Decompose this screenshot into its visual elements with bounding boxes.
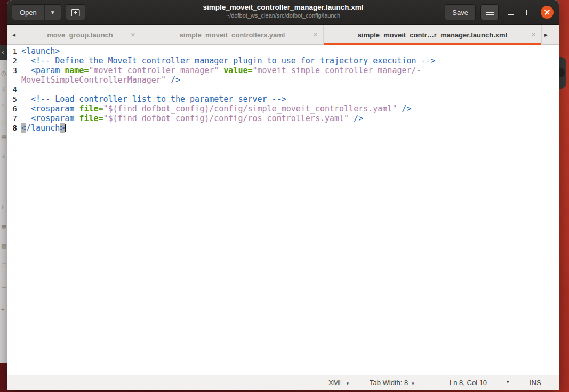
new-document-button[interactable] <box>66 4 85 20</box>
minimize-icon <box>508 14 514 15</box>
recent-clock-icon: ◷ <box>1 70 7 76</box>
code-line[interactable]: 4 <box>7 85 559 94</box>
line-number: 1 <box>7 46 19 56</box>
titlebar[interactable]: Open ▼ simple_moveit_controller_manager.… <box>7 0 559 25</box>
insert-mode-indicator: INS <box>530 378 541 387</box>
tab-move-group-launch[interactable]: move_group.launch ✕ <box>19 25 141 45</box>
home-icon: ⌂ <box>1 102 7 108</box>
new-document-icon <box>70 8 81 17</box>
cursor-position-label: Ln 8, Col 10 <box>450 378 487 387</box>
desktop-icon: ▢ <box>1 119 7 125</box>
line-number: 5 <box>7 94 19 104</box>
code-line[interactable]: 3 <param name="moveit_controller_manager… <box>7 66 559 75</box>
line-number: 2 <box>7 56 19 66</box>
line-number: 3 <box>7 66 19 75</box>
code-line[interactable]: 8</launch> <box>7 123 559 133</box>
trash-icon: ⬚ <box>1 262 7 268</box>
minimize-button[interactable] <box>503 5 517 19</box>
hamburger-menu-icon <box>486 8 494 17</box>
open-button[interactable]: Open <box>12 5 44 20</box>
open-dropdown-button[interactable]: ▼ <box>44 5 61 20</box>
code-line[interactable]: 6 <rosparam file="$(find dofbot_config)/… <box>7 104 559 114</box>
tab-bar: ◂ move_group.launch ✕ simple_moveit_cont… <box>7 25 559 45</box>
tab-close-icon[interactable]: ✕ <box>131 31 135 38</box>
open-split-button: Open ▼ <box>12 4 61 20</box>
tab-close-icon[interactable]: ✕ <box>313 31 318 38</box>
code-line[interactable]: MoveItSimpleControllerManager" /> <box>7 75 559 85</box>
code-line[interactable]: 7 <rosparam file="$(find dofbot_config)/… <box>7 114 559 123</box>
tab-label: simple_moveit_controllers.yaml <box>180 31 285 39</box>
documents-icon: ▤ <box>1 134 7 140</box>
chevron-down-icon: ▾ <box>347 381 349 386</box>
background-files-window-back-button[interactable]: ‹ <box>0 45 7 60</box>
language-mode-dropdown[interactable]: XML▾ <box>328 378 349 388</box>
goto-line-dropdown[interactable]: ▾ <box>507 378 509 387</box>
tab-simple-moveit-controller-manager-launch-xml[interactable]: simple_moveit_contr…r_manager.launch.xml… <box>324 25 542 45</box>
line-number: 8 <box>7 123 19 133</box>
chevron-down-icon: ▾ <box>412 381 414 386</box>
code-line[interactable]: 1<launch> <box>7 46 559 56</box>
tab-label: simple_moveit_contr…r_manager.launch.xml <box>358 31 507 39</box>
tab-width-dropdown[interactable]: Tab Width: 8▾ <box>370 378 414 388</box>
line-number: 7 <box>7 114 19 123</box>
starred-star-icon: ☆ <box>1 86 7 92</box>
videos-icon: ▩ <box>1 242 7 249</box>
maximize-icon <box>526 10 532 15</box>
close-button[interactable] <box>541 6 554 19</box>
line-number <box>7 75 19 85</box>
tab-scroll-right-button[interactable]: ▸ <box>541 25 551 44</box>
status-bar: XML▾ Tab Width: 8▾ Ln 8, Col 10 ▾ INS <box>7 375 559 390</box>
background-files-window-sidebar[interactable]: ◷☆⌂▢▤⇩♪▦▩⬚▭+ <box>0 60 7 363</box>
gedit-window: Open ▼ simple_moveit_controller_manager.… <box>7 0 559 390</box>
text-cursor <box>65 124 66 132</box>
text-editor-area[interactable]: 1<launch>2 <!-- Define the MoveIt contro… <box>7 45 559 375</box>
save-button[interactable]: Save <box>445 4 476 20</box>
back-chevron-icon: ‹ <box>2 48 4 56</box>
music-icon: ♪ <box>1 203 7 210</box>
add-bookmark-icon: + <box>1 306 7 313</box>
code-line[interactable]: 2 <!-- Define the MoveIt controller mana… <box>7 56 559 66</box>
code-line[interactable]: 5 <!-- Load controller list to the param… <box>7 94 559 104</box>
menu-button[interactable] <box>480 4 499 20</box>
folder-icon: ▭ <box>1 283 7 290</box>
downloads-icon: ⇩ <box>1 153 7 159</box>
maximize-button[interactable] <box>522 5 536 19</box>
line-number: 4 <box>7 85 19 94</box>
line-number: 6 <box>7 104 19 114</box>
tab-simple-moveit-controllers-yaml[interactable]: simple_moveit_controllers.yaml ✕ <box>141 25 324 45</box>
tab-close-icon[interactable]: ✕ <box>531 31 536 38</box>
pictures-icon: ▦ <box>1 223 7 229</box>
tab-label: move_group.launch <box>47 31 113 39</box>
tab-scroll-left-button[interactable]: ◂ <box>9 25 19 44</box>
